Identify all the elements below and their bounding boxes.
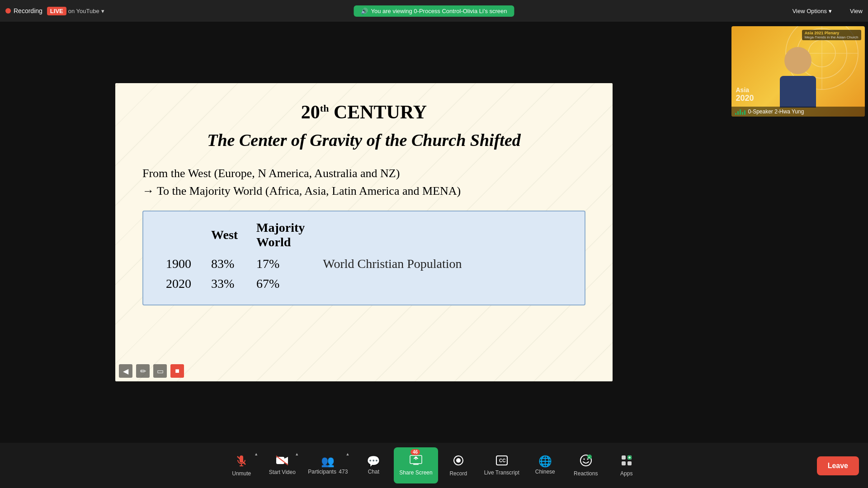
video-caret[interactable]: ▲ [295, 452, 299, 456]
speaker-video: Asia 2021 Plenary Mega-Trends in the Asi… [731, 26, 865, 117]
top-bar: Recording LIVE on YouTube ▾ 🔊 You are vi… [0, 0, 868, 22]
reactions-label: Reactions [574, 470, 598, 477]
share-screen-icon [410, 455, 422, 468]
reactions-icon: + [580, 454, 592, 469]
table-row: 2020 33% 67% [157, 274, 571, 294]
microphone-muted-icon [235, 454, 248, 469]
recording-label: Recording [14, 7, 42, 14]
slide-table: West Majority World 1900 83% 17% World C… [142, 211, 585, 305]
chinese-icon: 🌐 [538, 456, 552, 467]
record-button[interactable]: Record [438, 447, 479, 483]
table-cell-label-2020 [314, 274, 571, 294]
table-header-label [314, 221, 571, 254]
table-row: 1900 83% 17% World Christian Population [157, 254, 571, 274]
live-platform: on YouTube ▾ [68, 8, 104, 14]
participants-label: Participants 473 [308, 469, 348, 475]
speaker-name-bar: 0-Speaker 2-Hwa Yung [731, 107, 865, 117]
svg-text:CC: CC [499, 458, 505, 463]
share-screen-button[interactable]: 46 Share Screen [394, 447, 438, 483]
apps-label: Apps [620, 470, 632, 477]
table-cell-west-2020: 33% [202, 274, 247, 294]
start-video-button[interactable]: ▲ Start Video [262, 447, 302, 483]
view-options-label: View Options [793, 8, 827, 14]
participants-button[interactable]: ▲ 👥 Participants 473 [302, 447, 353, 483]
svg-rect-23 [622, 455, 626, 460]
chat-icon: 💬 [367, 456, 380, 467]
camera-icon [276, 455, 288, 467]
speaker-panel: Asia 2021 Plenary Mega-Trends in the Asi… [728, 22, 868, 443]
svg-point-19 [583, 459, 585, 460]
table-cell-label-1900: World Christian Population [314, 254, 571, 274]
chat-label: Chat [368, 469, 379, 475]
table-header-majority: Majority World [247, 221, 314, 254]
recording-dot [5, 8, 11, 14]
live-badge: LIVE [47, 7, 66, 15]
unmute-caret[interactable]: ▲ [254, 452, 258, 456]
slide-title: 20th CENTURY [142, 101, 585, 123]
slide-body: From the West (Europe, N America, Austra… [142, 164, 585, 200]
slide-back-button[interactable]: ◀ [119, 364, 132, 378]
table-cell-majority-1900: 17% [247, 254, 314, 274]
table-header-year [157, 221, 202, 254]
slide-stop-button[interactable]: ■ [170, 364, 184, 378]
svg-text:+: + [588, 456, 590, 459]
table-cell-majority-2020: 67% [247, 274, 314, 294]
live-transcript-icon: CC [495, 455, 508, 468]
share-screen-badge: 46 [410, 449, 420, 455]
apps-icon [620, 454, 633, 469]
slide-controls: ◀ ✏ ▭ ■ [119, 364, 184, 378]
start-video-label: Start Video [269, 469, 296, 475]
viewing-banner-text: You are viewing 0-Process Control-Olivia… [371, 8, 507, 14]
speaker-figure [780, 47, 816, 108]
svg-rect-25 [622, 461, 626, 465]
leave-button[interactable]: Leave [817, 456, 859, 475]
apps-button[interactable]: Apps [606, 447, 647, 483]
reactions-button[interactable]: + Reactions [566, 447, 606, 483]
speaker-body [780, 76, 816, 108]
platform-chevron: ▾ [101, 8, 104, 14]
unmute-label: Unmute [232, 470, 251, 477]
slide-window-button[interactable]: ▭ [153, 364, 167, 378]
svg-point-15 [456, 458, 461, 463]
table-header-west: West [202, 221, 247, 254]
speaker-name: 0-Speaker 2-Hwa Yung [748, 108, 804, 115]
share-screen-label: Share Screen [399, 469, 432, 476]
asia-logo: Asia 2020 [736, 86, 754, 103]
live-platform-label: on YouTube [68, 8, 99, 14]
view-button[interactable]: View [850, 8, 863, 14]
view-label: View [850, 8, 863, 14]
slide-body-line2: → To the Majority World (Africa, Asia, L… [142, 182, 585, 200]
live-transcript-label: Live Transcript [484, 469, 519, 476]
table-cell-west-1900: 83% [202, 254, 247, 274]
chinese-label: Chinese [535, 469, 555, 475]
table-cell-year-2020: 2020 [157, 274, 202, 294]
participants-icon: 👥 [321, 456, 335, 467]
recording-indicator: Recording [5, 7, 42, 14]
participants-caret[interactable]: ▲ [345, 452, 349, 456]
slide-annotate-button[interactable]: ✏ [136, 364, 150, 378]
unmute-button[interactable]: ▲ Unmute [221, 447, 262, 483]
live-transcript-button[interactable]: CC Live Transcript [479, 447, 525, 483]
record-icon [452, 454, 465, 469]
audio-bars [735, 108, 745, 115]
main-area: 20th CENTURY The Center of Gravity of th… [0, 22, 868, 443]
data-table: West Majority World 1900 83% 17% World C… [157, 221, 571, 294]
view-options-chevron: ▾ [829, 8, 832, 14]
speaker-head [784, 47, 811, 74]
speaker-icon: 🔊 [361, 8, 368, 14]
speaker-event-badge: Asia 2021 Plenary Mega-Trends in the Asi… [802, 30, 861, 40]
presentation-slide: 20th CENTURY The Center of Gravity of th… [115, 83, 613, 381]
svg-rect-13 [413, 464, 419, 465]
view-options-button[interactable]: View Options ▾ [793, 8, 832, 14]
slide-content: 20th CENTURY The Center of Gravity of th… [115, 83, 613, 324]
slide-subtitle: The Center of Gravity of the Church Shif… [142, 130, 585, 150]
slide-container: 20th CENTURY The Center of Gravity of th… [0, 22, 728, 443]
chinese-button[interactable]: 🌐 Chinese [525, 447, 566, 483]
chat-button[interactable]: 💬 Chat [353, 447, 394, 483]
svg-rect-9 [276, 457, 284, 464]
toolbar: ▲ Unmute ▲ Start Video ▲ 👥 P [0, 443, 868, 488]
table-cell-year-1900: 1900 [157, 254, 202, 274]
svg-rect-26 [627, 461, 632, 465]
viewing-banner: 🔊 You are viewing 0-Process Control-Oliv… [354, 5, 514, 17]
slide-body-line1: From the West (Europe, N America, Austra… [142, 164, 585, 182]
